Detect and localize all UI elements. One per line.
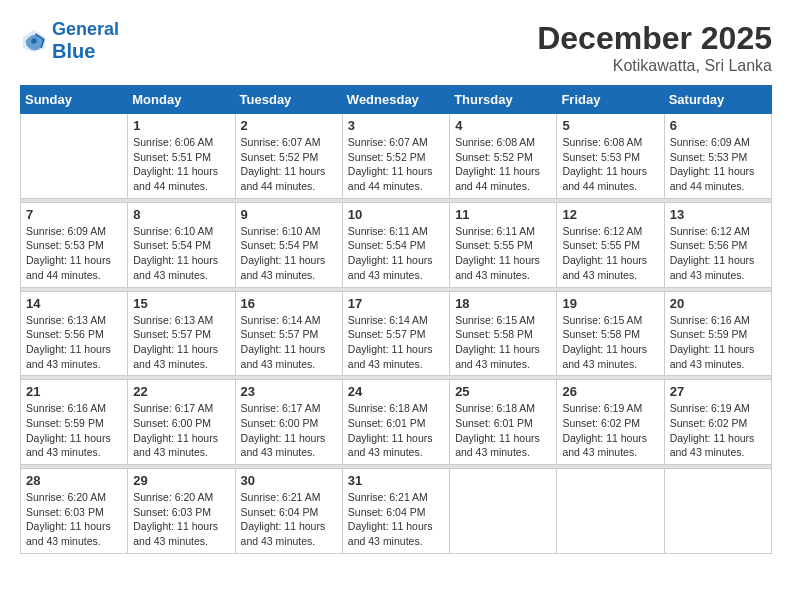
cell-info: Sunrise: 6:19 AMSunset: 6:02 PMDaylight:… <box>670 401 766 460</box>
weekday-header-sunday: Sunday <box>21 86 128 114</box>
calendar-cell: 3Sunrise: 6:07 AMSunset: 5:52 PMDaylight… <box>342 114 449 199</box>
cell-info: Sunrise: 6:20 AMSunset: 6:03 PMDaylight:… <box>26 490 122 549</box>
calendar-cell: 1Sunrise: 6:06 AMSunset: 5:51 PMDaylight… <box>128 114 235 199</box>
calendar-cell: 7Sunrise: 6:09 AMSunset: 5:53 PMDaylight… <box>21 202 128 287</box>
calendar-cell: 13Sunrise: 6:12 AMSunset: 5:56 PMDayligh… <box>664 202 771 287</box>
page-header: General Blue December 2025 Kotikawatta, … <box>20 20 772 75</box>
cell-info: Sunrise: 6:11 AMSunset: 5:55 PMDaylight:… <box>455 224 551 283</box>
day-number: 13 <box>670 207 766 222</box>
cell-info: Sunrise: 6:19 AMSunset: 6:02 PMDaylight:… <box>562 401 658 460</box>
day-number: 1 <box>133 118 229 133</box>
day-number: 7 <box>26 207 122 222</box>
cell-info: Sunrise: 6:07 AMSunset: 5:52 PMDaylight:… <box>348 135 444 194</box>
day-number: 4 <box>455 118 551 133</box>
logo-text: General Blue <box>52 20 119 62</box>
cell-info: Sunrise: 6:21 AMSunset: 6:04 PMDaylight:… <box>348 490 444 549</box>
cell-info: Sunrise: 6:09 AMSunset: 5:53 PMDaylight:… <box>26 224 122 283</box>
calendar-week-5: 28Sunrise: 6:20 AMSunset: 6:03 PMDayligh… <box>21 469 772 554</box>
logo-general: General <box>52 19 119 39</box>
calendar-cell: 20Sunrise: 6:16 AMSunset: 5:59 PMDayligh… <box>664 291 771 376</box>
logo-blue: Blue <box>52 40 119 62</box>
day-number: 11 <box>455 207 551 222</box>
weekday-header-friday: Friday <box>557 86 664 114</box>
calendar-cell: 16Sunrise: 6:14 AMSunset: 5:57 PMDayligh… <box>235 291 342 376</box>
cell-info: Sunrise: 6:14 AMSunset: 5:57 PMDaylight:… <box>241 313 337 372</box>
calendar-cell: 23Sunrise: 6:17 AMSunset: 6:00 PMDayligh… <box>235 380 342 465</box>
day-number: 30 <box>241 473 337 488</box>
calendar-cell: 26Sunrise: 6:19 AMSunset: 6:02 PMDayligh… <box>557 380 664 465</box>
cell-info: Sunrise: 6:20 AMSunset: 6:03 PMDaylight:… <box>133 490 229 549</box>
calendar-week-3: 14Sunrise: 6:13 AMSunset: 5:56 PMDayligh… <box>21 291 772 376</box>
day-number: 8 <box>133 207 229 222</box>
cell-info: Sunrise: 6:13 AMSunset: 5:56 PMDaylight:… <box>26 313 122 372</box>
calendar-cell <box>557 469 664 554</box>
calendar-cell: 8Sunrise: 6:10 AMSunset: 5:54 PMDaylight… <box>128 202 235 287</box>
day-number: 25 <box>455 384 551 399</box>
calendar-week-1: 1Sunrise: 6:06 AMSunset: 5:51 PMDaylight… <box>21 114 772 199</box>
month-year-title: December 2025 <box>537 20 772 57</box>
cell-info: Sunrise: 6:08 AMSunset: 5:53 PMDaylight:… <box>562 135 658 194</box>
logo-icon <box>20 27 48 55</box>
day-number: 26 <box>562 384 658 399</box>
calendar-cell: 25Sunrise: 6:18 AMSunset: 6:01 PMDayligh… <box>450 380 557 465</box>
day-number: 24 <box>348 384 444 399</box>
cell-info: Sunrise: 6:13 AMSunset: 5:57 PMDaylight:… <box>133 313 229 372</box>
cell-info: Sunrise: 6:16 AMSunset: 5:59 PMDaylight:… <box>670 313 766 372</box>
calendar-cell: 19Sunrise: 6:15 AMSunset: 5:58 PMDayligh… <box>557 291 664 376</box>
calendar-cell: 14Sunrise: 6:13 AMSunset: 5:56 PMDayligh… <box>21 291 128 376</box>
calendar-table: SundayMondayTuesdayWednesdayThursdayFrid… <box>20 85 772 554</box>
cell-info: Sunrise: 6:06 AMSunset: 5:51 PMDaylight:… <box>133 135 229 194</box>
calendar-cell: 17Sunrise: 6:14 AMSunset: 5:57 PMDayligh… <box>342 291 449 376</box>
svg-point-1 <box>31 38 37 44</box>
calendar-cell: 11Sunrise: 6:11 AMSunset: 5:55 PMDayligh… <box>450 202 557 287</box>
calendar-cell: 27Sunrise: 6:19 AMSunset: 6:02 PMDayligh… <box>664 380 771 465</box>
day-number: 27 <box>670 384 766 399</box>
calendar-cell: 12Sunrise: 6:12 AMSunset: 5:55 PMDayligh… <box>557 202 664 287</box>
day-number: 6 <box>670 118 766 133</box>
day-number: 18 <box>455 296 551 311</box>
day-number: 28 <box>26 473 122 488</box>
calendar-week-2: 7Sunrise: 6:09 AMSunset: 5:53 PMDaylight… <box>21 202 772 287</box>
day-number: 16 <box>241 296 337 311</box>
calendar-cell <box>664 469 771 554</box>
cell-info: Sunrise: 6:10 AMSunset: 5:54 PMDaylight:… <box>133 224 229 283</box>
cell-info: Sunrise: 6:21 AMSunset: 6:04 PMDaylight:… <box>241 490 337 549</box>
calendar-cell <box>450 469 557 554</box>
day-number: 29 <box>133 473 229 488</box>
cell-info: Sunrise: 6:15 AMSunset: 5:58 PMDaylight:… <box>562 313 658 372</box>
calendar-cell: 6Sunrise: 6:09 AMSunset: 5:53 PMDaylight… <box>664 114 771 199</box>
cell-info: Sunrise: 6:08 AMSunset: 5:52 PMDaylight:… <box>455 135 551 194</box>
cell-info: Sunrise: 6:10 AMSunset: 5:54 PMDaylight:… <box>241 224 337 283</box>
logo: General Blue <box>20 20 119 62</box>
day-number: 12 <box>562 207 658 222</box>
day-number: 22 <box>133 384 229 399</box>
weekday-header-wednesday: Wednesday <box>342 86 449 114</box>
day-number: 10 <box>348 207 444 222</box>
calendar-cell: 28Sunrise: 6:20 AMSunset: 6:03 PMDayligh… <box>21 469 128 554</box>
weekday-header-thursday: Thursday <box>450 86 557 114</box>
calendar-cell: 29Sunrise: 6:20 AMSunset: 6:03 PMDayligh… <box>128 469 235 554</box>
day-number: 9 <box>241 207 337 222</box>
cell-info: Sunrise: 6:07 AMSunset: 5:52 PMDaylight:… <box>241 135 337 194</box>
calendar-cell: 9Sunrise: 6:10 AMSunset: 5:54 PMDaylight… <box>235 202 342 287</box>
day-number: 20 <box>670 296 766 311</box>
cell-info: Sunrise: 6:12 AMSunset: 5:56 PMDaylight:… <box>670 224 766 283</box>
calendar-cell: 31Sunrise: 6:21 AMSunset: 6:04 PMDayligh… <box>342 469 449 554</box>
calendar-cell: 22Sunrise: 6:17 AMSunset: 6:00 PMDayligh… <box>128 380 235 465</box>
cell-info: Sunrise: 6:16 AMSunset: 5:59 PMDaylight:… <box>26 401 122 460</box>
cell-info: Sunrise: 6:11 AMSunset: 5:54 PMDaylight:… <box>348 224 444 283</box>
calendar-cell: 30Sunrise: 6:21 AMSunset: 6:04 PMDayligh… <box>235 469 342 554</box>
day-number: 3 <box>348 118 444 133</box>
cell-info: Sunrise: 6:12 AMSunset: 5:55 PMDaylight:… <box>562 224 658 283</box>
day-number: 5 <box>562 118 658 133</box>
weekday-header-monday: Monday <box>128 86 235 114</box>
day-number: 17 <box>348 296 444 311</box>
page-container: General Blue December 2025 Kotikawatta, … <box>20 20 772 554</box>
day-number: 15 <box>133 296 229 311</box>
cell-info: Sunrise: 6:15 AMSunset: 5:58 PMDaylight:… <box>455 313 551 372</box>
cell-info: Sunrise: 6:14 AMSunset: 5:57 PMDaylight:… <box>348 313 444 372</box>
calendar-cell: 21Sunrise: 6:16 AMSunset: 5:59 PMDayligh… <box>21 380 128 465</box>
cell-info: Sunrise: 6:18 AMSunset: 6:01 PMDaylight:… <box>348 401 444 460</box>
calendar-cell: 4Sunrise: 6:08 AMSunset: 5:52 PMDaylight… <box>450 114 557 199</box>
weekday-header-row: SundayMondayTuesdayWednesdayThursdayFrid… <box>21 86 772 114</box>
